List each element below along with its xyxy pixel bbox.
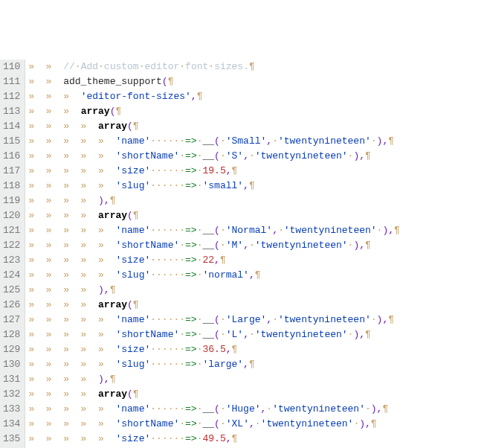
token-ws: » » » » » (28, 314, 115, 325)
token-ws: ······ (150, 135, 185, 147)
line-number: 119 (3, 193, 20, 208)
line-number: 134 (3, 417, 20, 432)
token-ws: » » » (28, 106, 80, 117)
token-cmt: custom (104, 61, 139, 72)
code-area[interactable]: » » //·Add·custom·editor·font·sizes.¶» »… (25, 60, 399, 448)
code-line[interactable]: » » » » » 'slug'······=>·'normal',¶ (28, 268, 399, 283)
token-ws: ¶ (365, 150, 371, 161)
token-str: 'Normal' (226, 225, 272, 236)
token-ws: · (197, 418, 203, 429)
token-pn: ( (162, 76, 168, 87)
token-ws: » » » » » (28, 240, 115, 251)
token-ws: · (249, 240, 255, 251)
token-pn: , (104, 195, 110, 206)
token-pn: , (359, 150, 365, 161)
token-op: => (185, 314, 197, 325)
token-ws: ······ (150, 180, 185, 191)
token-ws: » » » » (28, 374, 98, 385)
line-number: 113 (3, 104, 20, 119)
code-line[interactable]: » » » » array(¶ (28, 387, 399, 402)
token-ws: · (278, 225, 284, 236)
token-str: 'twentynineteen' (255, 240, 348, 251)
token-pn: , (359, 329, 365, 340)
token-ws: ······ (150, 314, 185, 325)
code-line[interactable]: » » » » ),¶ (28, 193, 399, 208)
token-ws: ¶ (232, 433, 238, 444)
token-op: => (185, 255, 197, 266)
code-line[interactable]: » » » » array(¶ (28, 298, 399, 313)
token-ws: ¶ (115, 106, 121, 117)
token-pn: , (104, 284, 110, 295)
token-fn: __ (203, 329, 215, 340)
token-ws: ¶ (110, 195, 116, 206)
token-str: 'small' (202, 180, 243, 191)
token-ws: · (179, 418, 185, 429)
code-line[interactable]: » » » » » 'shortName'·=>·__(·'L',·'twent… (28, 327, 399, 342)
code-line[interactable]: » » » » » 'name'······=>·__(·'Large',·'t… (28, 313, 399, 327)
token-ws: · (179, 150, 185, 161)
token-str: 'S' (226, 150, 243, 161)
token-ws: » » » » » (28, 150, 115, 161)
code-line[interactable]: » » » array(¶ (28, 104, 399, 119)
code-line[interactable]: » » » » » 'size'······=>·49.5,¶ (28, 432, 399, 447)
code-line[interactable]: » » » » » 'size'······=>·19.5,¶ (28, 164, 399, 179)
token-ws: » » » » » (28, 433, 115, 444)
token-ws: · (220, 403, 226, 415)
token-ws: ······ (150, 225, 185, 236)
token-num: 22 (202, 255, 214, 266)
token-ws: · (220, 314, 226, 325)
token-str: 'name' (115, 135, 150, 147)
token-ws: ¶ (388, 135, 394, 147)
code-line[interactable]: » » add_theme_support(¶ (28, 74, 399, 89)
token-str: 'twentynineteen' (278, 135, 371, 147)
token-pn: ( (214, 329, 220, 340)
token-ws: » » » » » (28, 180, 115, 191)
code-line[interactable]: » » //·Add·custom·editor·font·sizes.¶ (28, 60, 399, 74)
code-line[interactable]: » » » » » 'name'······=>·__(·'Huge',·'tw… (28, 402, 399, 417)
token-pn: ( (127, 121, 133, 132)
token-ws: · (179, 240, 185, 251)
token-str: 'name' (115, 403, 150, 415)
token-str: 'name' (115, 314, 150, 325)
token-fn: __ (203, 240, 215, 251)
token-cmt: Add (81, 61, 98, 72)
token-op: => (185, 403, 197, 415)
token-pn: ( (214, 150, 220, 161)
code-line[interactable]: » » » » ),¶ (28, 283, 399, 298)
token-ws: ¶ (255, 269, 261, 281)
token-pn: , (359, 240, 365, 251)
token-ws: · (220, 150, 226, 161)
line-number-gutter: 1101111121131141151161171181191201211221… (0, 60, 25, 448)
code-line[interactable]: » » » » ),¶ (28, 372, 399, 387)
token-str: 'twentynineteen' (278, 314, 371, 325)
token-pn: , (226, 165, 232, 176)
token-str: 'slug' (115, 269, 150, 281)
code-line[interactable]: » » » » array(¶ (28, 119, 399, 134)
token-ws: ······ (150, 403, 185, 415)
token-op: => (185, 180, 197, 191)
code-line[interactable]: » » » » » 'shortName'·=>·__(·'M',·'twent… (28, 238, 399, 253)
line-number: 125 (3, 283, 20, 298)
token-ws: ¶ (197, 91, 203, 102)
token-ws: » » » » » (28, 135, 115, 147)
token-op: => (185, 418, 197, 429)
token-str: 'shortName' (115, 150, 179, 161)
code-line[interactable]: » » » » » 'size'······=>·22,¶ (28, 253, 399, 268)
code-line[interactable]: » » » 'editor-font-sizes',¶ (28, 89, 399, 104)
token-pn: , (191, 91, 197, 102)
code-line[interactable]: » » » » » 'shortName'·=>·__(·'S',·'twent… (28, 149, 399, 164)
token-ws: » » » » » (28, 269, 115, 281)
code-line[interactable]: » » » » » 'slug'······=>·'large',¶ (28, 357, 399, 372)
token-str: 'size' (115, 255, 150, 266)
code-line[interactable]: » » » » » 'name'······=>·__(·'Normal',·'… (28, 223, 399, 238)
token-pn: , (243, 240, 249, 251)
code-line[interactable]: » » » » » 'name'······=>·__(·'Small',·'t… (28, 134, 399, 149)
code-editor[interactable]: 1101111121131141151161171181191201211221… (0, 60, 490, 448)
code-line[interactable]: » » » » » 'shortName'·=>·__(·'XL',·'twen… (28, 417, 399, 432)
token-kw: array (98, 210, 127, 221)
code-line[interactable]: » » » » array(¶ (28, 208, 399, 223)
token-ws: · (179, 61, 185, 72)
code-line[interactable]: » » » » » 'size'······=>·36.5,¶ (28, 342, 399, 357)
token-str: 'twentynineteen' (284, 225, 377, 236)
code-line[interactable]: » » » » » 'slug'······=>·'small',¶ (28, 179, 399, 193)
